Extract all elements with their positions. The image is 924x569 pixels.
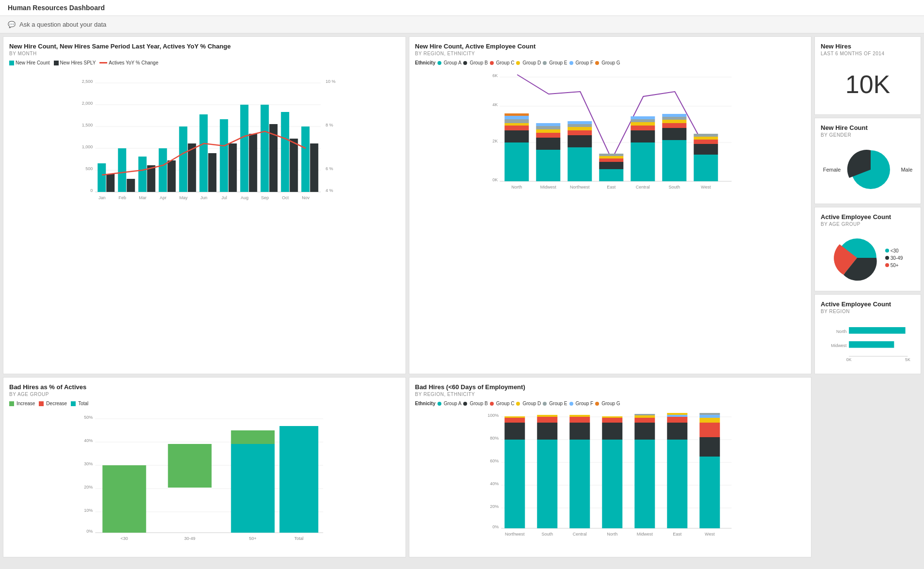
chart-tl: 2,500 2,000 1,500 1,000 500 0 10 % 8 % 6… [9, 68, 400, 205]
legend-color-new-hire [9, 61, 14, 65]
chart-tm: 6K 4K 2K 0K [415, 67, 806, 209]
male-label: Male [901, 167, 912, 173]
region-bar-title: Active Employee Count [821, 300, 915, 308]
svg-rect-57 [504, 142, 529, 181]
svg-text:2,000: 2,000 [82, 101, 93, 106]
dashboard-grid: New Hire Count, New Hires Same Period La… [0, 33, 924, 560]
svg-rect-171 [667, 415, 687, 417]
legend-item-sply: New Hires SPLY [54, 60, 96, 65]
svg-text:0K: 0K [492, 177, 498, 182]
svg-text:40%: 40% [490, 481, 499, 486]
svg-text:North: North [607, 532, 617, 537]
svg-rect-34 [281, 112, 289, 192]
svg-rect-94 [694, 144, 718, 155]
svg-rect-163 [634, 440, 655, 528]
svg-rect-35 [290, 139, 298, 192]
svg-text:20%: 20% [84, 485, 93, 490]
new-hires-card: New Hires LAST 6 MONTHS OF 2014 10K [814, 36, 921, 115]
age-pie-container: <30 30-49 50+ [821, 231, 915, 285]
svg-text:30%: 30% [84, 461, 93, 466]
svg-text:Northwest: Northwest [569, 185, 589, 190]
svg-text:Jan: Jan [98, 195, 106, 200]
svg-rect-80 [599, 154, 623, 156]
svg-rect-64 [536, 150, 560, 181]
svg-rect-150 [504, 416, 525, 418]
svg-text:10 %: 10 % [325, 79, 336, 84]
gender-pie-card: New Hire Count BY GENDER Female Male [814, 118, 921, 204]
svg-rect-127 [168, 444, 211, 488]
svg-rect-16 [97, 163, 106, 192]
svg-rect-74 [567, 124, 592, 127]
svg-rect-18 [118, 148, 126, 192]
svg-rect-170 [667, 417, 687, 423]
right-column: New Hires LAST 6 MONTHS OF 2014 10K New … [814, 36, 921, 374]
svg-rect-75 [567, 121, 592, 124]
question-bar[interactable]: 💬 Ask a question about your data [0, 16, 924, 33]
svg-text:West: West [705, 532, 715, 537]
svg-rect-58 [504, 130, 529, 142]
svg-text:5K: 5K [905, 357, 910, 362]
svg-text:1,500: 1,500 [82, 123, 93, 127]
svg-rect-60 [504, 123, 529, 126]
svg-rect-28 [220, 119, 228, 192]
svg-text:South: South [668, 185, 680, 190]
svg-rect-31 [249, 134, 257, 192]
svg-text:Midwest: Midwest [831, 343, 847, 348]
svg-rect-86 [631, 116, 655, 119]
gender-subtitle: BY GENDER [821, 132, 915, 138]
svg-rect-108 [849, 327, 905, 334]
svg-rect-63 [504, 113, 529, 116]
svg-rect-155 [569, 440, 590, 528]
svg-rect-78 [599, 158, 623, 162]
svg-text:8 %: 8 % [325, 123, 333, 127]
svg-text:4K: 4K [492, 102, 498, 107]
svg-text:Oct: Oct [282, 195, 289, 200]
svg-rect-27 [208, 153, 216, 192]
svg-text:0%: 0% [492, 524, 499, 529]
svg-text:North: North [836, 329, 846, 334]
chart-bl: 50% 40% 30% 20% 10% 0% [9, 409, 400, 551]
svg-text:Midwest: Midwest [636, 532, 653, 537]
svg-rect-161 [602, 418, 622, 423]
legend-tl: New Hire Count New Hires SPLY Actives Yo… [9, 60, 400, 65]
svg-rect-37 [310, 143, 318, 192]
svg-text:<30: <30 [121, 536, 128, 541]
svg-text:Central: Central [572, 532, 586, 537]
legend-bm: Ethnicity Group A Group B Group C Group … [415, 401, 806, 406]
svg-text:Jul: Jul [221, 195, 227, 200]
svg-text:2K: 2K [492, 139, 498, 143]
svg-text:Feb: Feb [118, 195, 126, 200]
svg-rect-157 [569, 417, 590, 423]
svg-rect-159 [602, 440, 622, 528]
svg-text:80%: 80% [490, 436, 499, 441]
svg-rect-65 [536, 138, 560, 150]
svg-rect-19 [127, 179, 135, 192]
legend-item-new-hire: New Hire Count [9, 60, 50, 65]
svg-rect-126 [102, 465, 146, 533]
new-hires-number: 10K [821, 60, 915, 109]
svg-rect-30 [240, 105, 248, 192]
svg-rect-83 [631, 126, 655, 130]
svg-rect-26 [199, 114, 208, 192]
svg-text:Apr: Apr [160, 195, 166, 200]
svg-rect-95 [694, 140, 718, 144]
question-icon: 💬 [8, 21, 16, 28]
svg-rect-89 [662, 123, 686, 128]
total-color [71, 401, 76, 406]
legend-increase: Increase [9, 401, 35, 406]
region-bar-card: Active Employee Count BY REGION North Mi… [814, 294, 921, 374]
svg-rect-71 [567, 135, 592, 147]
svg-rect-62 [504, 116, 529, 119]
legend-tm: Ethnicity Group A Group B Group C Group … [415, 60, 806, 65]
svg-text:May: May [179, 195, 188, 200]
card-subtitle-tm: BY REGION, ETHNICITY [415, 51, 806, 56]
svg-rect-97 [694, 134, 718, 137]
svg-rect-165 [634, 418, 655, 423]
legend-bl: Increase Decrease Total [9, 401, 400, 406]
svg-rect-164 [634, 423, 655, 440]
svg-rect-67 [536, 129, 560, 133]
svg-rect-175 [699, 423, 720, 437]
app-title: Human Resources Dashboard [8, 4, 105, 12]
svg-rect-68 [536, 126, 560, 129]
age-legend: <30 30-49 50+ [885, 248, 903, 268]
